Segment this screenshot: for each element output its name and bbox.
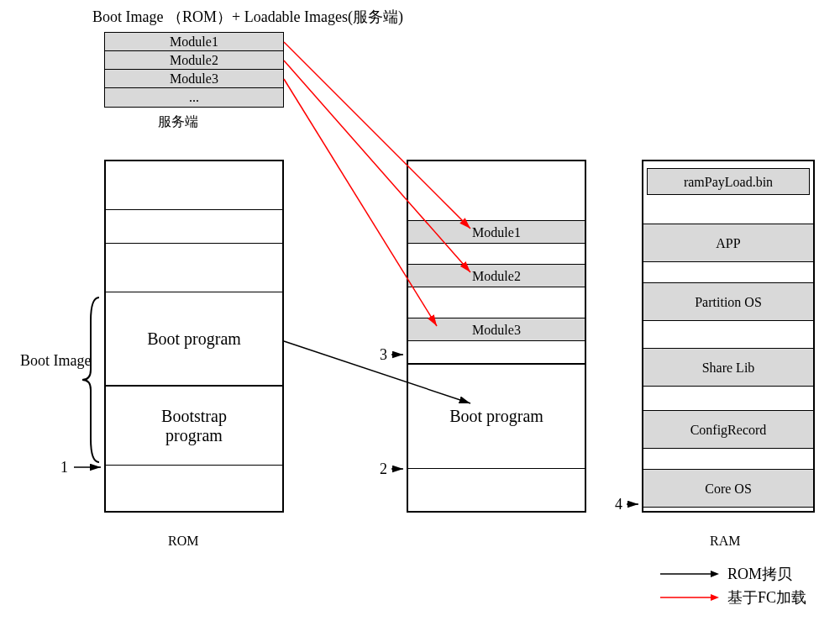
legend-row-red: 基于FC加载 xyxy=(660,587,806,608)
mid-section xyxy=(408,161,585,220)
mid-gap xyxy=(408,287,585,318)
mid-gap xyxy=(408,341,585,365)
server-label: 服务端 xyxy=(158,113,198,131)
rom-label: ROM xyxy=(168,534,198,549)
brace-icon xyxy=(81,296,101,464)
legend-black-arrow-icon xyxy=(660,569,719,579)
server-module-row: ... xyxy=(105,88,283,107)
legend: ROM拷贝 基于FC加载 xyxy=(660,564,806,611)
boot-image-label: Boot Image xyxy=(20,351,91,371)
legend-red-arrow-icon xyxy=(660,592,719,603)
rom-bootstrap: Bootstrapprogram xyxy=(106,387,282,466)
rom-bootstrap-text: Bootstrapprogram xyxy=(161,407,227,445)
mid-module2: Module2 xyxy=(408,264,585,287)
step-number-4: 4 xyxy=(615,496,622,513)
server-module-stack: Module1 Module2 Module3 ... xyxy=(104,32,284,108)
server-module-row: Module2 xyxy=(105,51,283,70)
rom-section xyxy=(106,161,282,210)
rom-section xyxy=(106,210,282,244)
step-number-2: 2 xyxy=(380,460,387,478)
mid-gap xyxy=(408,244,585,264)
middle-box: Module1 Module2 Module3 Boot program xyxy=(407,160,586,513)
boot-image-text: Boot Image xyxy=(20,351,91,371)
ram-share-lib: Share Lib xyxy=(643,348,813,387)
rom-box: Boot program Bootstrapprogram xyxy=(104,160,284,513)
diagram-title: Boot Image （ROM）+ Loadable Images(服务端) xyxy=(92,7,403,27)
mid-module3: Module3 xyxy=(408,318,585,341)
mid-boot-program: Boot program xyxy=(408,365,585,469)
ram-app: APP xyxy=(643,224,813,262)
legend-row-black: ROM拷贝 xyxy=(660,564,806,584)
legend-red-label: 基于FC加载 xyxy=(727,587,806,608)
rom-section xyxy=(106,244,282,292)
step-number-1: 1 xyxy=(60,459,68,476)
mid-module1: Module1 xyxy=(408,220,585,244)
server-module-row: Module3 xyxy=(105,70,283,88)
rom-boot-program: Boot program xyxy=(106,292,282,387)
legend-black-label: ROM拷贝 xyxy=(727,564,792,584)
ram-label: RAM xyxy=(710,534,740,549)
ram-payload: ramPayLoad.bin xyxy=(647,168,810,195)
ram-box: ramPayLoad.bin APP Partition OS Share Li… xyxy=(642,160,815,513)
server-module-row: Module1 xyxy=(105,33,283,51)
ram-partition-os: Partition OS xyxy=(643,282,813,321)
ram-core-os: Core OS xyxy=(643,469,813,508)
ram-config-record: ConfigRecord xyxy=(643,410,813,449)
step-number-3: 3 xyxy=(380,346,387,364)
